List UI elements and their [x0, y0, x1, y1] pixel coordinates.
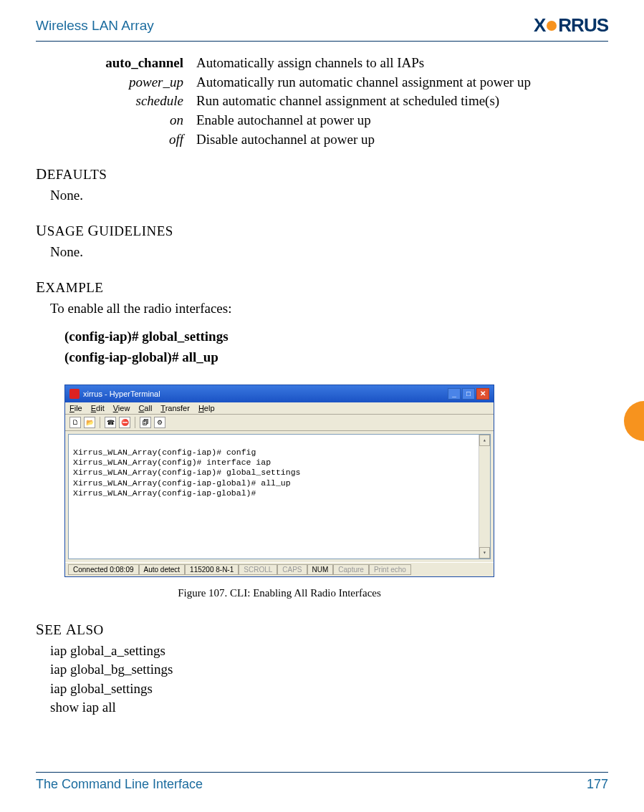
- status-num: NUM: [307, 564, 334, 575]
- def-key: power_up: [54, 74, 183, 92]
- page-footer: The Command Line Interface 177: [36, 772, 608, 792]
- menu-bar: File Edit View Call Transfer Help: [65, 402, 494, 415]
- see-also-item: iap global_a_settings: [50, 642, 608, 661]
- status-capture: Capture: [333, 564, 369, 575]
- logo-suffix: RRUS: [558, 14, 608, 37]
- see-also-item: show iap all: [50, 698, 608, 717]
- logo-prefix: X: [534, 14, 545, 37]
- side-tab: [624, 401, 644, 441]
- defaults-body: None.: [50, 186, 608, 205]
- see-also-item: iap global_settings: [50, 680, 608, 699]
- status-connected: Connected 0:08:09: [68, 564, 139, 575]
- status-bar: Connected 0:08:09 Auto detect 115200 8-N…: [65, 562, 494, 576]
- status-baud: 115200 8-N-1: [185, 564, 239, 575]
- term-line: Xirrus_WLAN_Array(config-iap)# config: [73, 448, 486, 458]
- footer-section: The Command Line Interface: [36, 777, 203, 792]
- footer-page-number: 177: [587, 777, 608, 792]
- example-cmd-1: (config-iap)# global_settings: [64, 327, 608, 347]
- brand-logo: X RRUS: [534, 14, 608, 37]
- header-title: Wireless LAN Array: [36, 18, 154, 34]
- section-head-example: EXAMPLE: [36, 279, 608, 296]
- toolbar-separator: [135, 417, 135, 428]
- scroll-down-icon[interactable]: ▾: [479, 547, 490, 559]
- new-icon[interactable]: 🗋: [69, 417, 81, 428]
- def-desc: Automatically run automatic channel assi…: [196, 74, 608, 92]
- status-detect: Auto detect: [139, 564, 186, 575]
- properties-icon[interactable]: 🗐: [140, 417, 151, 428]
- scrollbar[interactable]: ▴ ▾: [479, 435, 490, 559]
- window-title: xirrus - HyperTerminal: [83, 390, 160, 398]
- def-key: off: [54, 131, 183, 149]
- def-desc: Automatically assign channels to all IAP…: [196, 54, 608, 72]
- status-echo: Print echo: [369, 564, 411, 575]
- minimize-button[interactable]: _: [448, 388, 461, 400]
- page-header: Wireless LAN Array X RRUS: [36, 14, 608, 42]
- definition-table: auto_channel Automatically assign channe…: [54, 54, 608, 148]
- menu-help[interactable]: Help: [198, 404, 215, 412]
- def-desc: Enable autochannel at power up: [196, 112, 608, 130]
- terminal-output: Xirrus_WLAN_Array(config-iap)# config Xi…: [68, 434, 491, 559]
- menu-transfer[interactable]: Transfer: [160, 404, 190, 412]
- menu-edit[interactable]: Edit: [91, 404, 105, 412]
- toolbar-separator: [100, 417, 100, 428]
- example-body: To enable all the radio interfaces:: [50, 299, 608, 318]
- maximize-button[interactable]: □: [462, 388, 475, 400]
- toolbar: 🗋 📂 ☎ ⛔ 🗐 ⚙: [65, 415, 494, 431]
- usage-body: None.: [50, 243, 608, 261]
- section-head-defaults: DEFAULTS: [36, 165, 608, 183]
- window-titlebar: xirrus - HyperTerminal _ □ ✕: [65, 385, 494, 402]
- see-also-list: iap global_a_settings iap global_bg_sett…: [50, 642, 608, 717]
- def-desc: Disable autochannel at power up: [196, 131, 608, 149]
- section-head-usage: USAGE GUIDELINES: [36, 222, 608, 240]
- term-line: Xirrus_WLAN_Array(config-iap)# global_se…: [73, 468, 486, 478]
- close-button[interactable]: ✕: [476, 388, 489, 400]
- section-head-seealso: SEE ALSO: [36, 621, 608, 639]
- figure-wrapper: xirrus - HyperTerminal _ □ ✕ File Edit V…: [64, 385, 608, 599]
- status-caps: CAPS: [277, 564, 307, 575]
- menu-file[interactable]: File: [69, 404, 82, 412]
- figure-caption: Figure 107. CLI: Enabling All Radio Inte…: [64, 587, 494, 599]
- logo-dot-icon: [547, 21, 557, 31]
- def-desc: Run automatic channel assignment at sche…: [196, 92, 608, 110]
- status-scroll: SCROLL: [239, 564, 277, 575]
- menu-view[interactable]: View: [113, 404, 130, 412]
- def-key: schedule: [54, 92, 183, 110]
- page-content: auto_channel Automatically assign channe…: [36, 42, 608, 717]
- scroll-up-icon[interactable]: ▴: [479, 435, 490, 446]
- see-also-item: iap global_bg_settings: [50, 660, 608, 680]
- open-icon[interactable]: 📂: [84, 417, 95, 428]
- term-line: Xirrus_WLAN_Array(config)# interface iap: [73, 458, 486, 468]
- connect-icon[interactable]: ☎: [105, 417, 116, 428]
- settings-icon[interactable]: ⚙: [154, 417, 165, 428]
- hyperterminal-window: xirrus - HyperTerminal _ □ ✕ File Edit V…: [64, 385, 494, 577]
- example-cmd-2: (config-iap-global)# all_up: [64, 348, 608, 367]
- def-key: on: [54, 112, 183, 130]
- app-icon: [69, 389, 80, 399]
- term-line: Xirrus_WLAN_Array(config-iap-global)# al…: [73, 478, 486, 488]
- term-line: Xirrus_WLAN_Array(config-iap-global)#: [73, 488, 486, 498]
- disconnect-icon[interactable]: ⛔: [119, 417, 130, 428]
- def-key: auto_channel: [54, 54, 183, 72]
- menu-call[interactable]: Call: [138, 404, 152, 412]
